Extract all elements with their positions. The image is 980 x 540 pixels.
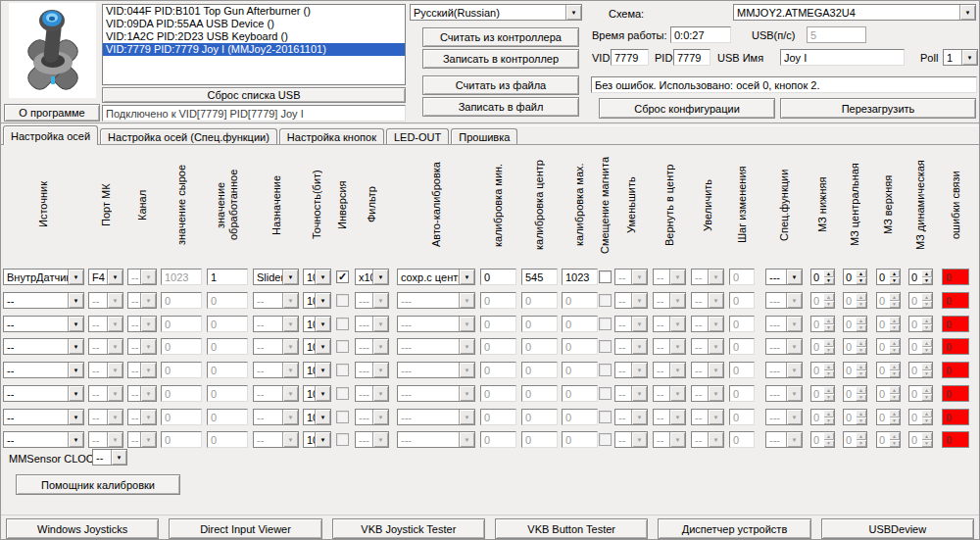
write-to-file-button[interactable]: Записать в файл (422, 97, 579, 117)
calibration-max-field[interactable]: 0 (562, 338, 598, 355)
chevron-down-icon[interactable]: ▼ (68, 386, 83, 401)
mz-high-spinner[interactable]: 0 ▲▼ (876, 269, 901, 285)
inversion-checkbox[interactable] (336, 364, 349, 376)
chevron-down-icon[interactable]: ▼ (282, 317, 298, 331)
spinner-up-icon[interactable]: ▲ (823, 270, 834, 277)
mz-high-spinner[interactable]: 0 ▲▼ (876, 431, 901, 448)
step-field[interactable]: 0 (729, 409, 755, 425)
calibration-center-field[interactable]: 0 (521, 292, 558, 309)
spinner-up-icon[interactable]: ▲ (823, 410, 834, 417)
chevron-down-icon[interactable]: ▼ (459, 410, 474, 424)
autocalibration-select[interactable]: ---▼ (397, 431, 475, 448)
mz-center-spinner[interactable]: 0 ▲▼ (843, 292, 867, 309)
special-function-select[interactable]: ---▼ (765, 269, 803, 285)
precision-select[interactable]: 10▼ (303, 292, 331, 309)
autocalibration-select[interactable]: ---▼ (397, 292, 475, 309)
bottom-button[interactable]: VKB Button Tester (495, 518, 648, 539)
spinner-down-icon[interactable]: ▼ (889, 301, 900, 309)
spinner-down-icon[interactable]: ▼ (921, 347, 932, 355)
spinner-up-icon[interactable]: ▲ (823, 363, 834, 370)
spinner-down-icon[interactable]: ▼ (823, 370, 834, 378)
usb-device-list-item[interactable]: VID:7779 PID:7779 Joy I (MMJoy2-20161101… (103, 43, 405, 56)
mz-low-spinner[interactable]: 0 ▲▼ (810, 385, 835, 402)
spinner-down-icon[interactable]: ▼ (921, 277, 932, 285)
chevron-down-icon[interactable]: ▼ (315, 293, 330, 308)
filter-select[interactable]: ---▼ (355, 316, 389, 332)
mcu-port-select[interactable]: --▼ (88, 385, 123, 402)
mcu-port-select[interactable]: --▼ (88, 338, 123, 355)
spinner-down-icon[interactable]: ▼ (856, 417, 866, 425)
source-select[interactable]: --▼ (3, 292, 84, 309)
chevron-down-icon[interactable]: ▼ (459, 386, 474, 401)
destination-select[interactable]: --▼ (253, 385, 299, 402)
spinner-up-icon[interactable]: ▲ (856, 386, 866, 394)
spinner-down-icon[interactable]: ▼ (889, 417, 900, 425)
calibration-max-field[interactable]: 0 (562, 385, 598, 402)
filter-select[interactable]: ---▼ (355, 409, 389, 425)
inversion-checkbox[interactable] (336, 387, 349, 400)
autocalibration-select[interactable]: сохр.с центро▼ (397, 269, 475, 285)
mz-high-spinner[interactable]: 0 ▲▼ (876, 292, 901, 309)
spinner-up-icon[interactable]: ▲ (823, 339, 834, 347)
chevron-down-icon[interactable]: ▼ (282, 270, 298, 284)
autocalibration-select[interactable]: ---▼ (397, 362, 475, 378)
magnet-offset-checkbox[interactable] (599, 340, 612, 353)
chevron-down-icon[interactable]: ▼ (315, 317, 330, 331)
tab[interactable]: Прошивка (451, 128, 517, 144)
spinner-down-icon[interactable]: ▼ (921, 301, 932, 309)
spinner-down-icon[interactable]: ▼ (856, 301, 866, 309)
spinner-up-icon[interactable]: ▲ (856, 317, 866, 324)
chevron-down-icon[interactable]: ▼ (786, 317, 802, 331)
filter-select[interactable]: x10▼ (355, 269, 389, 285)
special-function-select[interactable]: ---▼ (765, 292, 803, 309)
calibration-min-field[interactable]: 0 (480, 431, 516, 448)
spinner-down-icon[interactable]: ▼ (856, 277, 866, 285)
spinner-down-icon[interactable]: ▼ (889, 277, 900, 285)
calibration-min-field[interactable]: 0 (480, 292, 516, 309)
chevron-down-icon[interactable]: ▼ (68, 293, 83, 308)
mz-dynamic-spinner[interactable]: 0 ▲▼ (908, 431, 933, 448)
chevron-down-icon[interactable]: ▼ (68, 317, 83, 331)
chevron-down-icon[interactable]: ▼ (786, 432, 802, 447)
filter-select[interactable]: ---▼ (355, 362, 389, 378)
step-field[interactable]: 0 (729, 362, 755, 378)
step-field[interactable]: 0 (729, 431, 755, 448)
calibration-max-field[interactable]: 0 (562, 316, 598, 332)
spinner-down-icon[interactable]: ▼ (921, 324, 932, 332)
mz-center-spinner[interactable]: 0 ▲▼ (843, 269, 867, 285)
about-button[interactable]: О программе (4, 104, 100, 122)
calibration-max-field[interactable]: 0 (562, 431, 598, 448)
mz-high-spinner[interactable]: 0 ▲▼ (876, 385, 901, 402)
spinner-down-icon[interactable]: ▼ (856, 440, 866, 448)
spinner-up-icon[interactable]: ▲ (856, 410, 866, 417)
bottom-button[interactable]: Диспетчер устройств (658, 518, 810, 539)
calibration-min-field[interactable]: 0 (480, 316, 516, 332)
spinner-down-icon[interactable]: ▼ (889, 324, 900, 332)
chevron-down-icon[interactable]: ▼ (459, 293, 474, 308)
chevron-down-icon[interactable]: ▼ (68, 410, 83, 424)
chevron-down-icon[interactable]: ▼ (68, 363, 83, 377)
calibration-min-field[interactable]: 0 (480, 409, 516, 425)
chevron-down-icon[interactable]: ▼ (961, 50, 977, 65)
spinner-down-icon[interactable]: ▼ (921, 417, 932, 425)
spinner-up-icon[interactable]: ▲ (889, 432, 900, 440)
mcu-port-select[interactable]: --▼ (88, 292, 123, 309)
spinner-up-icon[interactable]: ▲ (921, 270, 932, 277)
source-select[interactable]: --▼ (3, 362, 84, 378)
spinner-up-icon[interactable]: ▲ (921, 317, 932, 324)
mz-dynamic-spinner[interactable]: 0 ▲▼ (908, 362, 933, 378)
special-function-select[interactable]: ---▼ (765, 316, 803, 332)
spinner-up-icon[interactable]: ▲ (823, 293, 834, 301)
spinner-up-icon[interactable]: ▲ (921, 339, 932, 347)
step-field[interactable]: 0 (729, 316, 755, 332)
spinner-down-icon[interactable]: ▼ (823, 324, 834, 332)
chevron-down-icon[interactable]: ▼ (107, 317, 122, 331)
mz-dynamic-spinner[interactable]: 0 ▲▼ (908, 269, 933, 285)
destination-select[interactable]: --▼ (253, 338, 299, 355)
mz-high-spinner[interactable]: 0 ▲▼ (876, 409, 901, 425)
chevron-down-icon[interactable]: ▼ (107, 410, 122, 424)
spinner-down-icon[interactable]: ▼ (823, 417, 834, 425)
bottom-button[interactable]: Direct Input Viewer (169, 518, 321, 539)
mz-low-spinner[interactable]: 0 ▲▼ (810, 409, 835, 425)
spinner-down-icon[interactable]: ▼ (856, 370, 866, 378)
